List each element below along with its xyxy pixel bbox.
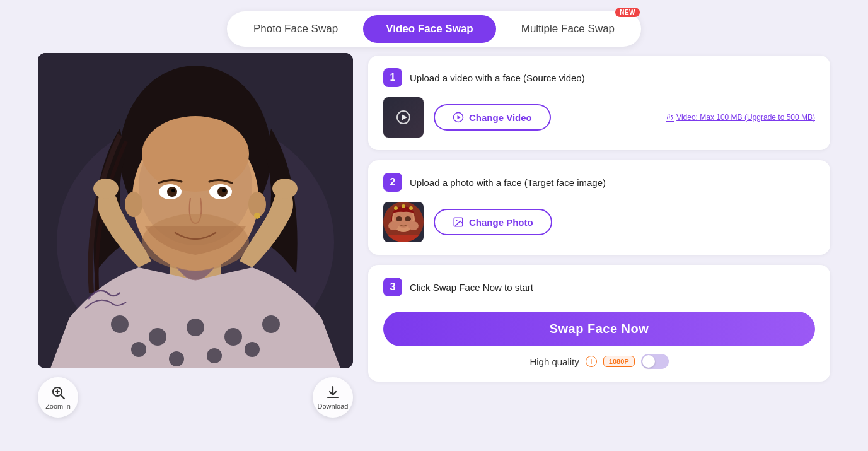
change-video-button[interactable]: Change Video [434,104,551,131]
svg-point-23 [125,192,142,217]
clock-icon: ⏱ [666,113,674,122]
step-1-card: 1 Upload a video with a face (Source vid… [368,56,830,150]
image-icon [453,216,464,228]
tab-photo[interactable]: Photo Face Swap [231,15,361,43]
tab-container: Photo Face Swap Video Face Swap Multiple… [227,11,641,47]
svg-point-49 [456,220,457,221]
svg-point-42 [409,206,413,210]
svg-point-18 [171,189,175,192]
download-label: Download [318,402,349,410]
step-2-header: 2 Upload a photo with a face (Target fac… [383,173,815,192]
change-photo-button[interactable]: Change Photo [434,209,552,235]
toggle-knob [642,355,655,368]
quality-row: High quality i 1080P [383,354,815,369]
svg-point-5 [149,328,166,346]
svg-point-6 [187,319,204,336]
tab-multiple-label: Multiple Face Swap [521,23,615,35]
bottom-controls: Zoom in Download [38,368,353,418]
tab-video[interactable]: Video Face Swap [363,15,496,43]
svg-point-26 [93,179,119,199]
svg-marker-35 [458,115,461,119]
svg-point-8 [262,315,280,333]
step-1-body: Change Video ⏱ Video: Max 100 MB (Upgrad… [383,97,815,138]
svg-point-15 [142,116,249,192]
step-2-number: 2 [383,173,402,192]
woman-thumbnail-svg [383,202,424,242]
step-1-header: 1 Upload a video with a face (Source vid… [383,68,815,87]
quality-badge: 1080P [603,356,635,367]
svg-point-41 [402,204,405,208]
quality-label: High quality [529,356,579,367]
new-badge: NEW [615,8,640,17]
preview-svg [38,53,353,368]
svg-point-4 [111,315,129,333]
change-video-label: Change Video [469,112,532,123]
video-thumbnail [383,97,424,138]
swap-face-label: Swap Face Now [550,322,649,336]
step-3-title: Click Swap Face Now to start [410,282,533,293]
svg-rect-47 [383,235,424,242]
limit-label: Video: Max 100 MB (Upgrade to 500 MB) [676,113,815,122]
svg-point-44 [405,216,411,221]
svg-point-40 [394,206,398,210]
svg-point-7 [224,328,242,346]
main-content: Zoom in Download 1 Upload a video with a… [0,53,868,447]
tab-photo-label: Photo Face Swap [253,23,338,35]
preview-panel: Zoom in Download [38,53,353,447]
search-icon [50,385,66,400]
quality-toggle[interactable] [641,354,669,369]
play-icon [396,110,410,124]
svg-point-10 [169,351,184,366]
svg-point-46 [408,221,419,230]
step-1-number: 1 [383,68,402,87]
video-limit-text[interactable]: ⏱ Video: Max 100 MB (Upgrade to 500 MB) [666,113,815,122]
swap-face-button[interactable]: Swap Face Now [383,312,815,346]
photo-thumbnail [383,202,424,242]
svg-point-12 [245,342,260,357]
step-2-body: Change Photo [383,202,815,242]
tab-bar: Photo Face Swap Video Face Swap Multiple… [0,0,868,53]
play-triangle [402,114,407,120]
svg-line-29 [61,395,65,399]
step-3-number: 3 [383,278,402,296]
svg-point-11 [207,348,222,363]
step-2-card: 2 Upload a photo with a face (Target fac… [368,160,830,255]
step-2-title: Upload a photo with a face (Target face … [410,177,606,188]
tab-video-label: Video Face Swap [386,23,473,35]
step-1-title: Upload a video with a face (Source video… [410,73,585,83]
zoom-button[interactable]: Zoom in [38,377,78,418]
download-button[interactable]: Download [313,377,353,418]
zoom-label: Zoom in [45,402,71,410]
preview-image [38,53,353,368]
info-icon[interactable]: i [586,356,597,367]
step-3-header: 3 Click Swap Face Now to start [383,278,815,296]
svg-point-45 [388,221,398,230]
svg-point-9 [131,342,146,357]
download-icon [325,385,340,400]
step-3-card: 3 Click Swap Face Now to start Swap Face… [368,265,830,382]
play-circle-icon [453,112,464,123]
svg-point-21 [222,189,226,192]
change-photo-label: Change Photo [469,217,533,228]
tab-multiple[interactable]: Multiple Face Swap NEW [499,15,637,43]
svg-point-25 [254,213,260,219]
steps-panel: 1 Upload a video with a face (Source vid… [368,53,830,447]
svg-point-43 [396,216,402,221]
svg-point-27 [272,179,298,199]
